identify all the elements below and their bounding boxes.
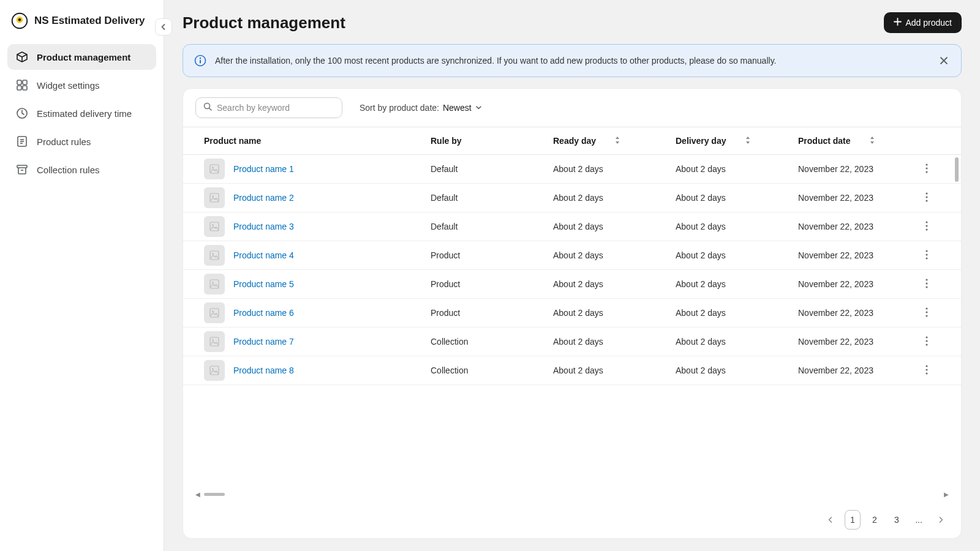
pagination-page-3[interactable]: 3 (889, 510, 905, 530)
svg-point-35 (212, 253, 214, 255)
table-row: Product name 8CollectionAbout 2 daysAbou… (183, 356, 961, 385)
svg-rect-39 (210, 280, 219, 288)
scroll-right-icon[interactable]: ▶ (944, 491, 949, 498)
cell-rule-by: Default (431, 164, 553, 174)
horizontal-scrollbar[interactable]: ◀ ▶ (183, 490, 961, 501)
sidebar: NS Estimated Delivery Product management… (0, 0, 164, 551)
svg-point-22 (925, 167, 927, 169)
column-product-name[interactable]: Product name (204, 136, 431, 146)
row-actions-button[interactable] (914, 250, 939, 261)
sidebar-item-product-rules[interactable]: Product rules (7, 129, 156, 154)
svg-rect-24 (210, 193, 219, 202)
cell-delivery-day: About 2 days (676, 222, 798, 231)
cell-rule-by: Product (431, 308, 553, 318)
svg-point-42 (925, 282, 927, 284)
sort-icon (745, 136, 751, 146)
clock-icon (16, 107, 28, 119)
search-box[interactable] (195, 97, 342, 118)
vertical-scrollbar-thumb[interactable] (955, 157, 959, 182)
cell-delivery-day: About 2 days (676, 308, 798, 318)
svg-point-32 (925, 225, 927, 227)
product-name-link[interactable]: Product name 6 (233, 308, 294, 318)
cell-product-date: November 22, 2023 (798, 193, 914, 203)
add-product-button[interactable]: Add product (884, 12, 962, 33)
pagination-page-2[interactable]: 2 (867, 510, 883, 530)
sidebar-item-collection-rules[interactable]: Collection rules (7, 157, 156, 182)
cell-delivery-day: About 2 days (676, 337, 798, 347)
sort-dropdown[interactable]: Sort by product date: Newest (360, 103, 482, 113)
cell-rule-by: Collection (431, 365, 553, 375)
row-actions-button[interactable] (914, 221, 939, 233)
cell-ready-day: About 2 days (553, 365, 676, 375)
svg-point-20 (212, 167, 214, 168)
search-input[interactable] (217, 103, 334, 113)
cell-product-date: November 22, 2023 (798, 365, 914, 375)
svg-point-50 (212, 339, 214, 341)
row-actions-button[interactable] (914, 307, 939, 319)
svg-point-57 (925, 369, 927, 370)
product-name-link[interactable]: Product name 4 (233, 250, 294, 260)
main-content: Product management Add product After the… (164, 0, 980, 551)
sidebar-item-estimated-delivery-time[interactable]: Estimated delivery time (7, 100, 156, 126)
svg-point-31 (925, 221, 927, 223)
chevron-down-icon (475, 103, 482, 113)
svg-rect-3 (17, 80, 21, 84)
table-wrap: Product name Rule by Ready day Delivery … (183, 127, 961, 490)
svg-point-23 (925, 171, 927, 173)
product-name-link[interactable]: Product name 8 (233, 365, 294, 375)
pagination-page-1[interactable]: 1 (845, 510, 861, 530)
product-name-link[interactable]: Product name 2 (233, 193, 294, 203)
row-actions-button[interactable] (914, 192, 939, 204)
svg-rect-29 (210, 222, 219, 231)
svg-point-47 (925, 311, 927, 313)
svg-rect-5 (17, 86, 21, 90)
column-product-date[interactable]: Product date (798, 136, 914, 146)
cell-product-date: November 22, 2023 (798, 222, 914, 231)
product-name-link[interactable]: Product name 7 (233, 337, 294, 347)
column-ready-day[interactable]: Ready day (553, 136, 676, 146)
sidebar-collapse-button[interactable] (155, 18, 172, 36)
sidebar-item-label: Collection rules (37, 165, 100, 175)
table-row: Product name 1DefaultAbout 2 daysAbout 2… (183, 155, 961, 184)
search-icon (203, 102, 212, 113)
cell-ready-day: About 2 days (553, 308, 676, 318)
sidebar-item-widget-settings[interactable]: Widget settings (7, 72, 156, 98)
product-name-link[interactable]: Product name 1 (233, 164, 294, 174)
svg-point-33 (925, 228, 927, 230)
product-name-link[interactable]: Product name 5 (233, 279, 294, 289)
grid-icon (16, 79, 28, 91)
row-actions-button[interactable] (914, 163, 939, 175)
row-actions-button[interactable] (914, 365, 939, 377)
product-name-link[interactable]: Product name 3 (233, 222, 294, 231)
column-delivery-day[interactable]: Delivery day (676, 136, 798, 146)
cell-ready-day: About 2 days (553, 337, 676, 347)
svg-rect-6 (23, 86, 27, 90)
svg-point-27 (925, 196, 927, 198)
svg-point-2 (18, 18, 21, 21)
svg-point-45 (212, 310, 214, 312)
box-icon (16, 51, 28, 63)
row-actions-button[interactable] (914, 336, 939, 348)
banner-close-button[interactable] (938, 54, 950, 67)
cell-ready-day: About 2 days (553, 250, 676, 260)
row-actions-button[interactable] (914, 279, 939, 290)
column-rule-by[interactable]: Rule by (431, 136, 553, 146)
product-thumbnail (204, 216, 225, 237)
cell-delivery-day: About 2 days (676, 250, 798, 260)
sidebar-item-label: Product management (37, 52, 130, 62)
cell-delivery-day: About 2 days (676, 193, 798, 203)
scroll-left-icon[interactable]: ◀ (195, 491, 200, 498)
product-thumbnail (204, 302, 225, 323)
sidebar-item-label: Widget settings (37, 80, 100, 91)
svg-point-53 (925, 343, 927, 345)
sidebar-item-product-management[interactable]: Product management (7, 44, 156, 70)
cell-ready-day: About 2 days (553, 193, 676, 203)
table-body: Product name 1DefaultAbout 2 daysAbout 2… (183, 155, 961, 476)
svg-rect-44 (210, 309, 219, 317)
pagination-prev-button[interactable] (823, 510, 839, 530)
horizontal-scrollbar-thumb[interactable] (204, 493, 225, 496)
info-icon (194, 54, 206, 67)
cell-product-date: November 22, 2023 (798, 337, 914, 347)
pagination-next-button[interactable] (933, 510, 949, 530)
sort-icon (869, 136, 875, 146)
